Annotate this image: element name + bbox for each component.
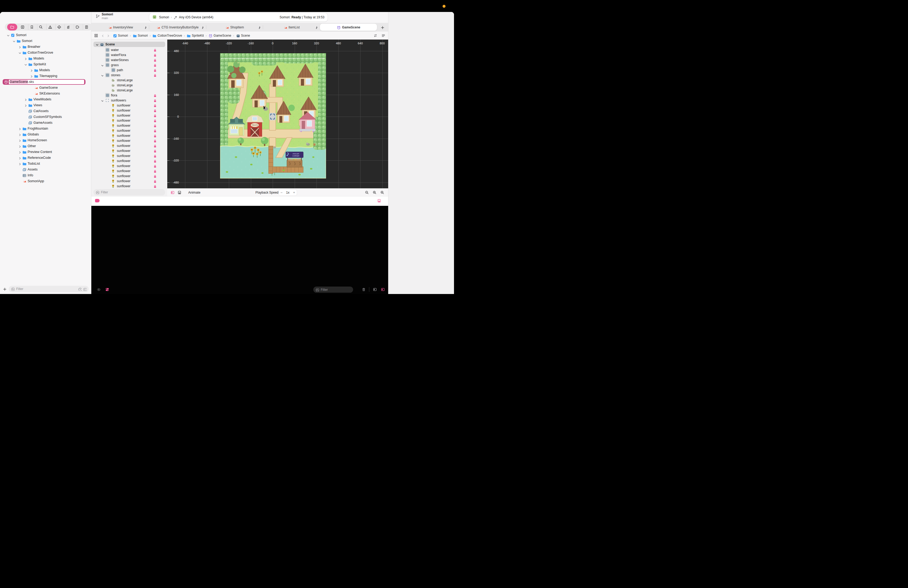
- lock-icon[interactable]: [153, 58, 156, 61]
- action-panel-toggle-icon[interactable]: [177, 190, 182, 195]
- tree-row[interactable]: Models: [0, 55, 91, 61]
- hierarchy-panel-toggle-icon[interactable]: [171, 190, 175, 195]
- tree-row[interactable]: FrogMountain: [0, 126, 91, 132]
- tree-row[interactable]: CatAssets: [0, 108, 91, 114]
- related-items-icon[interactable]: [94, 34, 98, 37]
- timeline-filter-field[interactable]: Filter: [313, 287, 353, 293]
- navigator-tab-x-square[interactable]: [19, 24, 26, 30]
- tree-row[interactable]: ViewModels: [0, 97, 91, 102]
- run-destination-bar[interactable]: Somori › Any iOS Device (arm64) Somori: …: [149, 13, 328, 21]
- forward-chevron-icon[interactable]: [106, 34, 109, 37]
- zoom-out-icon[interactable]: [365, 190, 369, 195]
- lock-icon[interactable]: [153, 129, 156, 132]
- lock-icon[interactable]: [153, 144, 156, 147]
- lock-icon[interactable]: [153, 185, 156, 188]
- tilemap-scene[interactable]: TREATS: [220, 53, 326, 179]
- hierarchy-row-sunflower[interactable]: sunflower: [91, 103, 167, 108]
- navigator-tab-search[interactable]: [37, 24, 44, 30]
- hierarchy-row-stoneLarge[interactable]: stoneLarge: [91, 77, 167, 82]
- tree-row[interactable]: Preview Content: [0, 149, 91, 155]
- tree-row[interactable]: CottonTreeGrove: [0, 50, 91, 55]
- tree-row[interactable]: SpriteKit: [0, 61, 91, 67]
- breadcrumb-item[interactable]: Somori: [113, 34, 128, 37]
- add-file-button[interactable]: [3, 287, 6, 291]
- lock-icon[interactable]: [153, 124, 156, 127]
- tree-row[interactable]: Somori: [0, 38, 91, 44]
- chevron-down-icon[interactable]: [95, 43, 98, 46]
- tree-row[interactable]: SomoriApp: [0, 178, 91, 184]
- lock-icon[interactable]: [153, 63, 156, 67]
- scene-color-tag[interactable]: [95, 199, 100, 202]
- chevron-down-icon[interactable]: [100, 99, 103, 102]
- tree-row[interactable]: Assets: [0, 166, 91, 172]
- breadcrumb-item[interactable]: GameScene: [208, 34, 231, 37]
- hierarchy-row-water[interactable]: water: [91, 47, 167, 52]
- hierarchy-row-sunflower[interactable]: sunflower: [91, 128, 167, 133]
- chevron-right-icon[interactable]: [29, 74, 33, 77]
- tree-row[interactable]: Other: [0, 143, 91, 149]
- chevron-down-icon[interactable]: [100, 74, 103, 76]
- lock-icon[interactable]: [153, 154, 156, 158]
- lock-icon[interactable]: [153, 114, 156, 117]
- hierarchy-row-sunflower[interactable]: sunflower: [91, 113, 167, 118]
- destination-project[interactable]: Somori: [159, 15, 169, 19]
- chevron-right-icon[interactable]: [18, 150, 21, 153]
- hierarchy-row-sunflower[interactable]: sunflower: [91, 158, 167, 163]
- hierarchy-row-sunflower[interactable]: sunflower: [91, 133, 167, 138]
- hierarchy-row-sunflower[interactable]: sunflower: [91, 184, 167, 188]
- hierarchy-row-sunflower[interactable]: sunflower: [91, 153, 167, 158]
- pin-icon[interactable]: [200, 26, 203, 29]
- tree-row[interactable]: TodoList: [0, 161, 91, 166]
- pin-icon[interactable]: [314, 26, 317, 29]
- tree-row[interactable]: GameScene: [0, 85, 91, 90]
- physics-toggles-icon[interactable]: [105, 287, 110, 292]
- chevron-down-icon[interactable]: [24, 63, 27, 66]
- editor-options-icon[interactable]: [381, 34, 385, 38]
- playback-speed-stepper[interactable]: – 1x +: [279, 190, 297, 195]
- tree-row[interactable]: CustomSFSymbols: [0, 114, 91, 120]
- tree-row[interactable]: Views: [0, 102, 91, 108]
- breadcrumb-item[interactable]: CottonTreeGrove: [152, 34, 182, 37]
- panel-toggle-pink-icon[interactable]: [381, 287, 385, 292]
- pin-icon[interactable]: [257, 26, 260, 29]
- lock-icon[interactable]: [153, 104, 156, 107]
- hierarchy-row-stoneLarge[interactable]: stoneLarge: [91, 82, 167, 88]
- lock-icon[interactable]: [153, 53, 156, 56]
- hierarchy-row-sunflower[interactable]: sunflower: [91, 143, 167, 148]
- hierarchy-row-flora[interactable]: flora: [91, 93, 167, 98]
- editor-tab-itemlist[interactable]: ItemList: [263, 24, 320, 31]
- swap-editor-icon[interactable]: [373, 34, 378, 38]
- chevron-right-icon[interactable]: [18, 162, 21, 165]
- chevron-right-icon[interactable]: [18, 156, 21, 159]
- lock-icon[interactable]: [153, 69, 156, 72]
- hierarchy-row-stoneLarge[interactable]: stoneLarge: [91, 88, 167, 93]
- pin-icon[interactable]: [143, 26, 146, 29]
- animate-button[interactable]: Animate: [188, 191, 200, 194]
- chevron-right-icon[interactable]: [18, 45, 21, 48]
- tree-row[interactable]: Tilemapping: [0, 73, 91, 79]
- navigator-tab-test-diamond[interactable]: [55, 24, 63, 30]
- speed-increase-button[interactable]: +: [293, 191, 295, 194]
- hierarchy-filter-field[interactable]: Filter: [93, 189, 165, 195]
- chevron-down-icon[interactable]: [18, 51, 21, 54]
- lock-icon[interactable]: [153, 169, 156, 172]
- recent-clock-icon[interactable]: [78, 287, 82, 291]
- chevron-right-icon[interactable]: [24, 98, 27, 101]
- tree-row[interactable]: Globals: [0, 132, 91, 137]
- hierarchy-row-sunflower[interactable]: sunflower: [91, 138, 167, 143]
- hierarchy-row-sunflower[interactable]: sunflower: [91, 174, 167, 179]
- chevron-down-icon[interactable]: [12, 39, 15, 42]
- editor-tab-inventoryview[interactable]: InventoryView: [92, 24, 149, 31]
- lock-icon[interactable]: [153, 48, 156, 52]
- back-chevron-icon[interactable]: [101, 34, 104, 37]
- hierarchy-row-grass[interactable]: grass: [91, 63, 167, 68]
- selected-file-rename-row[interactable]: GameScene.sks: [3, 79, 85, 85]
- chevron-right-icon[interactable]: [18, 139, 21, 142]
- hierarchy-row-sunflower[interactable]: sunflower: [91, 163, 167, 168]
- lock-icon[interactable]: [153, 74, 156, 77]
- lock-icon[interactable]: [153, 134, 156, 137]
- tree-row[interactable]: HomeScreen: [0, 137, 91, 143]
- chevron-right-icon[interactable]: [29, 69, 33, 72]
- lock-icon[interactable]: [153, 99, 156, 102]
- tree-row[interactable]: GameAssets: [0, 120, 91, 126]
